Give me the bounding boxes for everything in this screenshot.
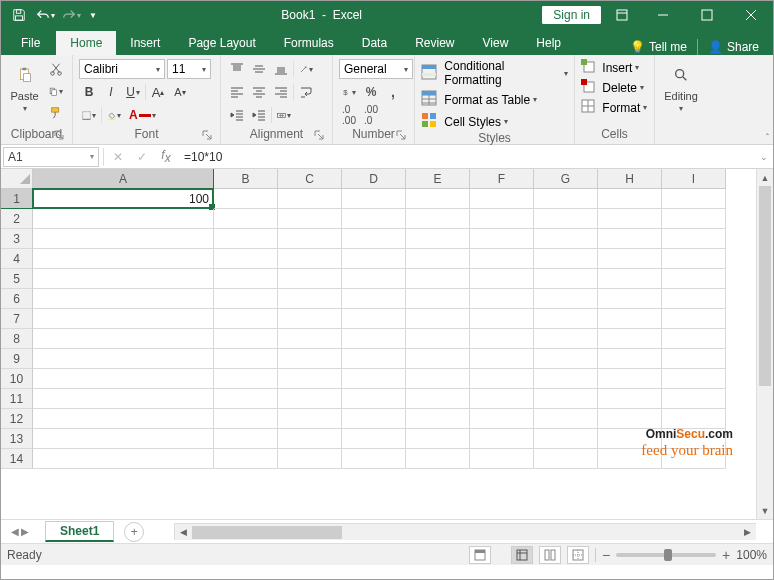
- cell[interactable]: [534, 289, 598, 309]
- zoom-level[interactable]: 100%: [736, 548, 767, 562]
- cell[interactable]: [278, 389, 342, 409]
- cell[interactable]: [342, 429, 406, 449]
- row-header-12[interactable]: 12: [1, 409, 33, 429]
- cell[interactable]: [406, 289, 470, 309]
- cell[interactable]: [470, 209, 534, 229]
- cell[interactable]: [278, 329, 342, 349]
- row-header-14[interactable]: 14: [1, 449, 33, 469]
- cell[interactable]: [342, 189, 406, 209]
- cell[interactable]: [278, 249, 342, 269]
- cell[interactable]: [406, 449, 470, 469]
- cell[interactable]: [598, 329, 662, 349]
- cell[interactable]: [214, 289, 278, 309]
- row-header-7[interactable]: 7: [1, 309, 33, 329]
- cell[interactable]: [534, 389, 598, 409]
- percent-format-icon[interactable]: %: [361, 82, 381, 102]
- cell[interactable]: [598, 249, 662, 269]
- row-header-4[interactable]: 4: [1, 249, 33, 269]
- cell[interactable]: [33, 329, 214, 349]
- horizontal-scrollbar[interactable]: ◀ ▶: [175, 523, 756, 540]
- cell[interactable]: [406, 189, 470, 209]
- format-painter-icon[interactable]: [46, 103, 66, 123]
- font-name-combo[interactable]: ▾: [79, 59, 165, 79]
- cell[interactable]: [662, 289, 726, 309]
- font-name-input[interactable]: [84, 62, 144, 76]
- cell[interactable]: [33, 309, 214, 329]
- cell[interactable]: [406, 249, 470, 269]
- cell[interactable]: [470, 229, 534, 249]
- zoom-out-button[interactable]: −: [602, 547, 610, 563]
- cell[interactable]: [534, 449, 598, 469]
- cell[interactable]: [662, 229, 726, 249]
- cell[interactable]: [406, 269, 470, 289]
- align-right-icon[interactable]: [271, 82, 291, 102]
- cells-area[interactable]: {"cols":[181,64,64,64,64,64,64,64,64],"r…: [33, 189, 773, 519]
- clipboard-launcher-icon[interactable]: [52, 128, 66, 142]
- cell[interactable]: [214, 349, 278, 369]
- increase-decimal-icon[interactable]: .0.00: [339, 105, 359, 125]
- cell[interactable]: [278, 229, 342, 249]
- page-break-view-icon[interactable]: [567, 546, 589, 564]
- tab-review[interactable]: Review: [401, 31, 468, 55]
- col-header-d[interactable]: D: [342, 169, 406, 189]
- cell[interactable]: [342, 349, 406, 369]
- cell[interactable]: [214, 229, 278, 249]
- row-header-2[interactable]: 2: [1, 209, 33, 229]
- cell[interactable]: [598, 429, 662, 449]
- cell[interactable]: [33, 249, 214, 269]
- new-sheet-button[interactable]: +: [124, 522, 144, 542]
- cell[interactable]: [33, 429, 214, 449]
- tab-insert[interactable]: Insert: [116, 31, 174, 55]
- accounting-format-icon[interactable]: $▾: [339, 82, 359, 102]
- format-cells-button[interactable]: Format▾: [581, 99, 647, 116]
- cell[interactable]: [342, 449, 406, 469]
- cell-a1[interactable]: 100: [33, 189, 214, 209]
- cell[interactable]: [662, 309, 726, 329]
- redo-icon[interactable]: ▾: [59, 3, 83, 27]
- row-header-8[interactable]: 8: [1, 329, 33, 349]
- cell[interactable]: [342, 369, 406, 389]
- minimize-icon[interactable]: [643, 1, 683, 29]
- cell[interactable]: [470, 309, 534, 329]
- sheet-tab-1[interactable]: Sheet1: [45, 521, 114, 542]
- zoom-slider-thumb[interactable]: [664, 549, 672, 561]
- cell[interactable]: [598, 269, 662, 289]
- formula-input[interactable]: [178, 150, 755, 164]
- cell[interactable]: [534, 369, 598, 389]
- font-color-icon[interactable]: A▾: [126, 105, 159, 125]
- close-icon[interactable]: [731, 1, 771, 29]
- number-launcher-icon[interactable]: [394, 128, 408, 142]
- cell[interactable]: [342, 389, 406, 409]
- cell[interactable]: [662, 349, 726, 369]
- cell[interactable]: [406, 349, 470, 369]
- number-format-combo[interactable]: ▾: [339, 59, 413, 79]
- zoom-slider[interactable]: [616, 553, 716, 557]
- cell[interactable]: [406, 429, 470, 449]
- cell[interactable]: [534, 229, 598, 249]
- enter-formula-icon[interactable]: ✓: [130, 145, 154, 169]
- cell[interactable]: [342, 309, 406, 329]
- cell[interactable]: [33, 389, 214, 409]
- cell[interactable]: [214, 389, 278, 409]
- cell[interactable]: [214, 369, 278, 389]
- cell[interactable]: [598, 389, 662, 409]
- cell[interactable]: [534, 429, 598, 449]
- row-header-3[interactable]: 3: [1, 229, 33, 249]
- row-header-13[interactable]: 13: [1, 429, 33, 449]
- tab-home[interactable]: Home: [56, 31, 116, 55]
- align-center-icon[interactable]: [249, 82, 269, 102]
- cell[interactable]: [662, 429, 726, 449]
- cell[interactable]: [534, 349, 598, 369]
- name-box[interactable]: A1▾: [3, 147, 99, 167]
- cell[interactable]: [278, 189, 342, 209]
- font-size-input[interactable]: [172, 62, 194, 76]
- row-header-9[interactable]: 9: [1, 349, 33, 369]
- cell[interactable]: [598, 229, 662, 249]
- cell[interactable]: [33, 229, 214, 249]
- editing-button[interactable]: Editing ▾: [662, 59, 700, 113]
- col-header-i[interactable]: I: [662, 169, 726, 189]
- cell[interactable]: [470, 409, 534, 429]
- cell[interactable]: [470, 449, 534, 469]
- cell[interactable]: [214, 329, 278, 349]
- tab-file[interactable]: File: [5, 31, 56, 55]
